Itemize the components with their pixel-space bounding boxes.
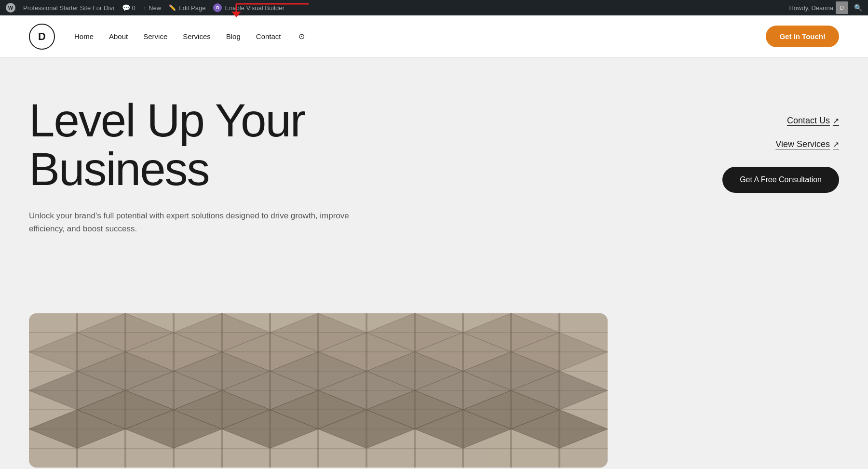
nav-blog[interactable]: Blog	[226, 32, 241, 40]
nav-service[interactable]: Service	[143, 32, 167, 40]
comments-item[interactable]: 💬 0	[122, 4, 136, 12]
hero-right: Contact Us ↗ View Services ↗ Get A Free …	[722, 116, 839, 193]
comment-count: 0	[132, 4, 136, 12]
edit-page-item[interactable]: ✏️ Edit Page	[169, 4, 205, 12]
header-cta-button[interactable]: Get In Touch!	[766, 26, 839, 47]
nav-services[interactable]: Services	[183, 32, 211, 40]
building-svg	[29, 313, 608, 468]
wp-icon: W	[6, 3, 15, 13]
enable-vb-label: Enable Visual Builder	[225, 4, 284, 12]
nav-home[interactable]: Home	[74, 32, 94, 40]
nav-contact[interactable]: Contact	[256, 32, 281, 40]
search-admin-icon: 🔍	[854, 4, 862, 12]
user-avatar: D	[836, 1, 848, 14]
building-image	[29, 313, 608, 468]
hero-section: Level Up Your Business Unlock your brand…	[0, 58, 868, 289]
divi-icon: D	[213, 3, 222, 12]
site-name-label: Professional Starter Site For Divi	[23, 4, 114, 12]
view-services-arrow-icon: ↗	[833, 140, 839, 149]
site-nav: Home About Service Services Blog Contact…	[74, 32, 766, 41]
site-logo[interactable]: D	[29, 24, 55, 50]
logo-letter: D	[38, 30, 46, 43]
site-name-item[interactable]: Professional Starter Site For Divi	[23, 4, 114, 12]
edit-icon: ✏️	[169, 4, 176, 11]
hero-content: Level Up Your Business Unlock your brand…	[29, 96, 839, 235]
howdy-label: Howdy, Deanna	[789, 4, 833, 12]
comment-icon: 💬	[122, 4, 130, 12]
hero-subtitle: Unlock your brand's full potential with …	[29, 209, 357, 235]
contact-us-label: Contact Us	[787, 116, 830, 126]
new-label: + New	[143, 4, 161, 12]
nav-search-icon[interactable]: ⊙	[298, 32, 305, 41]
search-admin-item[interactable]: 🔍	[854, 4, 862, 12]
contact-us-arrow-icon: ↗	[833, 116, 839, 125]
enable-vb-item[interactable]: D Enable Visual Builder	[213, 3, 284, 12]
consultation-button[interactable]: Get A Free Consultation	[722, 167, 839, 193]
howdy-item[interactable]: Howdy, Deanna D	[789, 1, 848, 14]
view-services-label: View Services	[775, 139, 830, 149]
nav-about[interactable]: About	[109, 32, 128, 40]
site-header: D Home About Service Services Blog Conta…	[0, 15, 868, 58]
contact-us-link[interactable]: Contact Us ↗	[787, 116, 839, 126]
admin-bar: W Professional Starter Site For Divi 💬 0…	[0, 0, 868, 15]
view-services-link[interactable]: View Services ↗	[775, 139, 839, 149]
edit-page-label: Edit Page	[178, 4, 205, 12]
hero-left: Level Up Your Business Unlock your brand…	[29, 96, 395, 235]
building-section	[0, 289, 868, 468]
hero-title: Level Up Your Business	[29, 96, 395, 194]
new-item[interactable]: + New	[143, 4, 161, 12]
wp-logo-item[interactable]: W	[6, 3, 15, 13]
